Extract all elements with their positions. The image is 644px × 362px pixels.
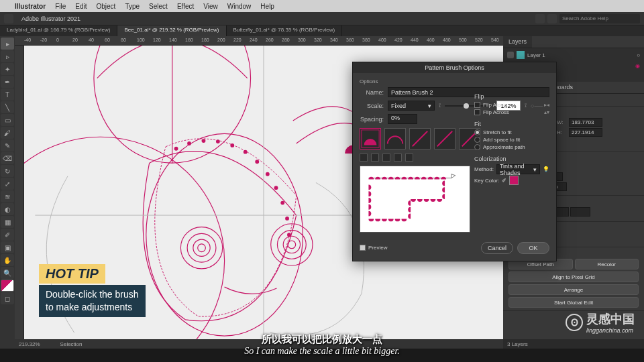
layers-count: 3 Layers <box>503 339 644 349</box>
tile-outer-corner[interactable] <box>360 128 381 149</box>
svg-line-28 <box>437 131 453 147</box>
toolbox: ▸ ▹ ✦ ✒ T ╲ ▭ 🖌 ✎ ⌫ ↻ ⤢ ≋ ◐ ▦ ✐ ▣ ✋ 🔍 ◻ <box>0 36 15 349</box>
dialog-title[interactable]: Pattern Brush Options <box>353 62 556 73</box>
gradient-tool[interactable]: ▦ <box>1 216 14 228</box>
svg-point-14 <box>174 147 178 151</box>
tile-opt-icon[interactable] <box>405 154 413 162</box>
hot-tip-badge: HOT TIP <box>39 264 105 284</box>
tile-opt-icon[interactable] <box>371 154 379 162</box>
eyedropper-icon[interactable]: ✐ <box>502 178 506 184</box>
svg-point-6 <box>193 239 210 256</box>
menu-file[interactable]: File <box>55 3 66 10</box>
svg-point-3 <box>146 133 303 336</box>
screen-mode[interactable]: ◻ <box>1 292 14 304</box>
line-tool[interactable]: ╲ <box>1 101 14 113</box>
menu-effect[interactable]: Effect <box>177 3 194 10</box>
layer-name[interactable]: Layer 1 <box>527 52 545 58</box>
tile-inner-corner[interactable] <box>409 128 431 149</box>
eraser-tool[interactable]: ⌫ <box>1 152 14 164</box>
flip-title: Flip <box>474 93 549 100</box>
tab-bee[interactable]: Bee_01.ai* @ 219.32 % (RGB/Preview) <box>117 25 226 36</box>
scale-mode-select[interactable]: Fixed▾ <box>388 101 435 111</box>
app-name[interactable]: Illustrator <box>15 3 46 10</box>
spacing-input[interactable]: 0% <box>388 114 417 124</box>
fit-title: Fit <box>474 121 549 127</box>
tab-butterfly[interactable]: Butterfly_01.ai* @ 78.35 % (RGB/Preview) <box>227 25 343 36</box>
menu-select[interactable]: Select <box>149 3 168 10</box>
fit-addspace-radio[interactable]: Add space to fit <box>474 137 549 143</box>
menu-help[interactable]: Help <box>260 3 274 10</box>
pen-tool[interactable]: ✒ <box>1 76 14 88</box>
direct-select-tool[interactable]: ▹ <box>1 50 14 62</box>
shape-builder-tool[interactable]: ◐ <box>1 203 14 215</box>
svg-point-20 <box>255 160 259 164</box>
arrange-button[interactable]: Arrange <box>508 284 639 295</box>
statusbar: 219.32% Selection <box>15 339 503 349</box>
selection-tool[interactable]: ▸ <box>1 38 14 50</box>
ruler-horizontal: -40-200204060801001201401601802002202402… <box>15 36 503 46</box>
tile-opt-icon[interactable] <box>382 154 390 162</box>
align-pixel-button[interactable]: Align to Pixel Grid <box>508 272 639 282</box>
tile-opt-icon[interactable] <box>394 154 402 162</box>
hand-tool[interactable]: ✋ <box>1 254 14 266</box>
transform-w[interactable]: 183.7703 <box>569 118 602 127</box>
brush-tool[interactable]: 🖌 <box>1 127 14 139</box>
window-title: Adobe Illustrator 2021 <box>21 15 80 22</box>
menu-view[interactable]: View <box>203 3 218 10</box>
fill-stroke-swap[interactable] <box>1 280 14 292</box>
tile-opt-icon[interactable] <box>360 154 368 162</box>
menu-window[interactable]: Window <box>227 3 252 10</box>
width-tool[interactable]: ≋ <box>1 190 14 202</box>
rotate-tool[interactable]: ↻ <box>1 165 14 177</box>
global-edit-button[interactable]: Start Global Edit <box>508 297 639 308</box>
svg-point-7 <box>198 244 206 252</box>
help-search[interactable]: Search Adobe Help <box>559 14 640 23</box>
svg-point-5 <box>187 233 216 262</box>
recolor-button[interactable]: Recolor <box>575 259 639 269</box>
brush-preview-box <box>360 166 470 233</box>
ok-button[interactable]: OK <box>517 242 549 254</box>
svg-point-11 <box>288 241 296 249</box>
hot-tip-overlay: HOT TIP Double-click the brushto make ad… <box>39 264 146 317</box>
wand-tool[interactable]: ✦ <box>1 63 14 75</box>
menu-edit[interactable]: Edit <box>75 3 87 10</box>
pattern-brush-dialog: Pattern Brush Options Options Name: Scal… <box>352 62 557 261</box>
tab-ladybird[interactable]: Ladybird_01.ai @ 166.79 % (RGB/Preview) <box>0 25 117 36</box>
menu-type[interactable]: Type <box>125 3 140 10</box>
fit-stretch-radio[interactable]: Stretch to fit <box>474 129 549 135</box>
scale-tool[interactable]: ⤢ <box>1 178 14 190</box>
zoom-level[interactable]: 219.32% <box>19 341 40 347</box>
type-tool[interactable]: T <box>1 88 14 101</box>
svg-point-17 <box>216 139 220 143</box>
zoom-tool[interactable]: 🔍 <box>1 267 14 279</box>
fit-approx-radio[interactable]: Approximate path <box>474 144 549 150</box>
tile-start[interactable] <box>434 128 455 149</box>
tile-side[interactable] <box>384 128 406 149</box>
options-group: Options <box>360 78 549 84</box>
eyedropper-tool[interactable]: ✐ <box>1 229 14 241</box>
brush-slot[interactable] <box>570 207 590 217</box>
flip-along-checkbox[interactable]: Flip Along▸◂ <box>474 102 549 108</box>
arrange-icon[interactable] <box>547 14 557 23</box>
tab-layers[interactable]: Layers <box>503 36 532 48</box>
menu-object[interactable]: Object <box>96 3 115 10</box>
home-icon[interactable] <box>4 14 13 23</box>
transform-h[interactable]: 227.1914 <box>569 128 602 137</box>
tip-icon[interactable]: 💡 <box>543 166 549 172</box>
share-icon[interactable] <box>535 14 545 23</box>
app-topbar: Adobe Illustrator 2021 Search Adobe Help <box>0 12 644 25</box>
menubar: Illustrator File Edit Object Type Select… <box>0 0 644 12</box>
key-color-swatch[interactable] <box>509 176 519 185</box>
colorization-method-select[interactable]: Tints and Shades▾ <box>496 164 540 174</box>
artboard-tool[interactable]: ▣ <box>1 241 14 253</box>
rect-tool[interactable]: ▭ <box>1 114 14 126</box>
preview-checkbox[interactable]: Preview <box>360 245 387 251</box>
cancel-button[interactable]: Cancel <box>481 242 513 254</box>
pencil-tool[interactable]: ✎ <box>1 139 14 152</box>
visibility-icon[interactable] <box>507 52 514 58</box>
flip-across-checkbox[interactable]: Flip Across▴▾ <box>474 109 549 115</box>
svg-point-23 <box>280 201 284 205</box>
ruler-vertical <box>15 46 24 339</box>
svg-point-16 <box>202 139 206 143</box>
svg-point-21 <box>266 172 270 176</box>
